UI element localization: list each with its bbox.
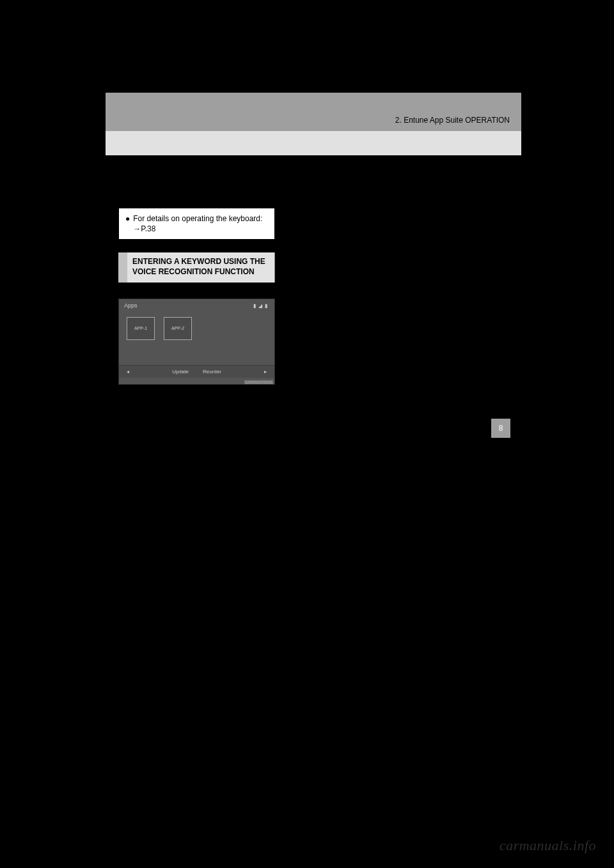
ss-title: Apps — [124, 302, 138, 309]
battery-icon: ▮ — [265, 303, 268, 309]
info-box: ● For details on operating the keyboard:… — [118, 208, 275, 240]
signal-icon: ▮ — [253, 303, 256, 309]
heading-stripe — [118, 252, 127, 282]
ss-code-label: UE001eCTeUS — [244, 380, 273, 384]
breadcrumb: 2. Entune App Suite OPERATION — [395, 116, 510, 125]
chapter-tab: 8 — [491, 419, 510, 438]
prev-arrow-button[interactable]: ◂ — [119, 369, 137, 375]
ss-bottom-bar: ◂ Update Reorder ▸ — [119, 365, 274, 378]
arrow-icon: → — [133, 224, 141, 233]
apps-screenshot: Apps ▮ ◢ ▮ APP-1 APP-2 ◂ Update Reorder … — [118, 298, 275, 385]
watermark: carmanuals.info — [500, 837, 596, 854]
info-line1: For details on operating the keyboard: — [133, 214, 262, 223]
info-line2: P.38 — [141, 224, 155, 233]
bullet-icon: ● — [125, 213, 130, 234]
heading-text: ENTERING A KEYWORD USING THE VOICE RECOG… — [127, 252, 275, 282]
header-bar: 2. Entune App Suite OPERATION — [106, 93, 521, 131]
reorder-button[interactable]: Reorder — [203, 369, 221, 375]
manual-page: 2. Entune App Suite OPERATION 8 ● For de… — [106, 93, 521, 764]
next-arrow-button[interactable]: ▸ — [256, 369, 274, 375]
ss-status-icons: ▮ ◢ ▮ — [253, 303, 268, 309]
reception-icon: ◢ — [258, 303, 263, 309]
update-button[interactable]: Update — [172, 369, 189, 375]
header-light-strip — [106, 131, 521, 155]
section-heading: ENTERING A KEYWORD USING THE VOICE RECOG… — [118, 252, 275, 282]
info-bullet: ● For details on operating the keyboard:… — [125, 213, 268, 234]
app-2-button[interactable]: APP-2 — [164, 317, 192, 340]
ss-app-row: APP-1 APP-2 — [127, 317, 192, 340]
left-column: ● For details on operating the keyboard:… — [118, 208, 275, 385]
app-1-button[interactable]: APP-1 — [127, 317, 155, 340]
